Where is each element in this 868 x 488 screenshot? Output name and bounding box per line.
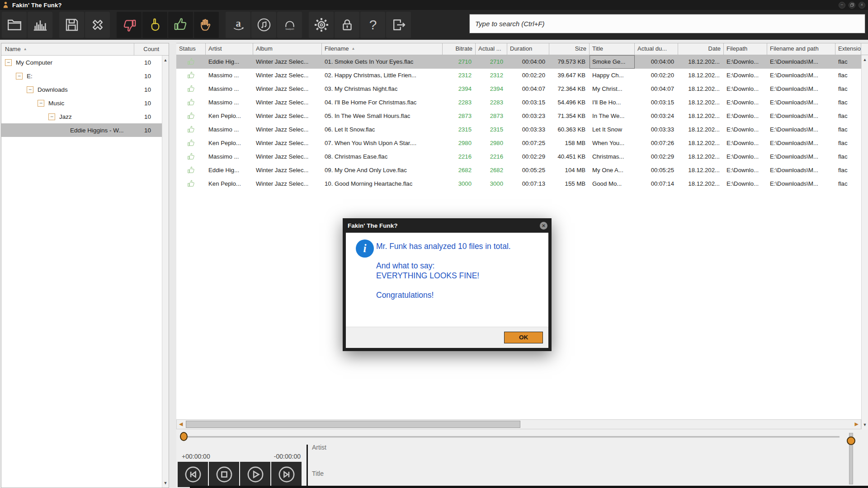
hand-skipped-button[interactable] — [194, 12, 219, 38]
table-row[interactable]: Massimo ...Winter Jazz Selec...02. Happy… — [176, 69, 861, 82]
cell-extension: flac — [835, 69, 861, 82]
restore-icon[interactable] — [849, 2, 855, 9]
cell-filename_and_path: E:\Downloads\M... — [767, 164, 835, 177]
scrollbar-thumb[interactable] — [186, 421, 520, 428]
analyze-waveform-button[interactable] — [28, 12, 52, 38]
scroll-up-icon[interactable]: ▲ — [862, 57, 868, 62]
svg-text:?: ? — [369, 17, 377, 32]
table-row[interactable]: Eddie Hig...Winter Jazz Selec...01. Smok… — [176, 55, 861, 69]
column-header-filename[interactable]: Filename▲ — [322, 43, 443, 55]
column-header-artist[interactable]: Artist — [206, 43, 253, 55]
time-elapsed: +00:00:00 — [182, 453, 210, 460]
cell-title: My Christ... — [590, 82, 635, 96]
settings-gear-button[interactable] — [309, 12, 334, 38]
column-header-actual_duration[interactable]: Actual du... — [635, 43, 678, 55]
dialog-close-icon[interactable]: ✕ — [540, 222, 547, 230]
table-vertical-scrollbar[interactable]: ▲ ▼ — [861, 55, 868, 429]
scroll-up-icon[interactable]: ▲ — [162, 58, 169, 62]
help-button[interactable]: ? — [360, 12, 385, 38]
player-divider — [307, 445, 308, 488]
tree-scrollbar[interactable]: ▲ ▼ — [162, 56, 169, 488]
thumbs-up-good-button[interactable] — [168, 12, 193, 38]
itunes-button[interactable] — [251, 12, 276, 38]
tree-column-count[interactable]: Count — [134, 43, 169, 55]
scroll-down-icon[interactable]: ▼ — [862, 422, 868, 427]
save-button[interactable] — [59, 12, 84, 38]
collapse-box-icon[interactable]: − — [16, 73, 23, 80]
skip-to-start-button[interactable] — [178, 462, 208, 487]
cell-actual_bitrate: 2315 — [476, 123, 507, 136]
column-header-album[interactable]: Album — [253, 43, 322, 55]
table-row[interactable]: Massimo ...Winter Jazz Selec...08. Chris… — [176, 150, 861, 164]
table-row[interactable]: Ken Peplo...Winter Jazz Selec...05. In T… — [176, 109, 861, 123]
ok-button[interactable]: OK — [504, 332, 543, 343]
tree-item-eddie-higgins-w[interactable]: Eddie Higgins - W...10 — [1, 123, 162, 137]
scroll-down-icon[interactable]: ▼ — [162, 481, 169, 485]
cell-actual_bitrate: 2710 — [476, 55, 507, 69]
stop-button[interactable] — [209, 462, 239, 487]
tree-column-name[interactable]: Name▲ — [1, 43, 134, 55]
cell-title: My One A... — [590, 164, 635, 177]
cell-actual_duration: 00:04:00 — [635, 55, 678, 69]
collapse-box-icon[interactable]: − — [5, 59, 12, 66]
tree-item-downloads[interactable]: −Downloads10 — [1, 83, 162, 96]
point-up-suspicious-button[interactable] — [142, 12, 167, 38]
scroll-left-icon[interactable]: ◀ — [179, 421, 183, 427]
table-row[interactable]: Massimo ...Winter Jazz Selec...04. I'll … — [176, 96, 861, 109]
skip-to-end-button[interactable] — [271, 462, 302, 487]
thumbs-down-fake-button[interactable] — [117, 12, 142, 38]
table-row[interactable]: Ken Peplo...Winter Jazz Selec...07. When… — [176, 136, 861, 150]
collapse-box-icon[interactable]: − — [27, 86, 33, 93]
table-horizontal-scrollbar[interactable]: ◀ ▶ — [176, 419, 861, 429]
volume-handle[interactable] — [847, 436, 855, 445]
table-row[interactable]: Massimo ...Winter Jazz Selec...03. My Ch… — [176, 82, 861, 96]
tree-item-music[interactable]: −Music10 — [1, 96, 162, 110]
column-header-duration[interactable]: Duration — [507, 43, 549, 55]
tree-item-e[interactable]: −E:10 — [1, 69, 162, 83]
time-remaining: -00:00:00 — [258, 453, 301, 460]
column-header-bitrate[interactable]: Bitrate — [443, 43, 476, 55]
column-header-actual_bitrate[interactable]: Actual ... — [476, 43, 507, 55]
seek-slider[interactable] — [182, 436, 840, 438]
minimize-icon[interactable]: − — [839, 2, 845, 9]
tree-item-label: Jazz — [59, 113, 135, 120]
column-header-date[interactable]: Date — [678, 43, 724, 55]
seek-handle[interactable] — [180, 432, 188, 441]
column-header-title[interactable]: Title — [590, 43, 635, 55]
cell-actual_bitrate: 2873 — [476, 109, 507, 123]
table-row[interactable]: Ken Peplo...Winter Jazz Selec...10. Good… — [176, 177, 861, 191]
collapse-box-icon[interactable]: − — [48, 113, 55, 120]
table-row[interactable]: Massimo ...Winter Jazz Selec...06. Let I… — [176, 123, 861, 136]
cell-artist: Eddie Hig... — [206, 55, 253, 69]
lock-button[interactable] — [335, 12, 359, 38]
cell-actual_duration: 00:03:33 — [635, 123, 678, 136]
cell-duration: 00:04:07 — [507, 82, 549, 96]
scroll-right-icon[interactable]: ▶ — [855, 421, 859, 427]
search-input[interactable] — [469, 14, 865, 33]
cell-date: 18.12.202... — [678, 69, 724, 82]
column-header-status[interactable]: Status — [176, 43, 206, 55]
amazon-button[interactable]: a — [226, 12, 250, 38]
now-playing-artist-label: Artist — [312, 444, 326, 451]
close-icon[interactable]: × — [859, 2, 865, 9]
dialog-titlebar[interactable]: Fakin' The Funk? ✕ — [346, 218, 548, 233]
tree-item-jazz[interactable]: −Jazz10 — [1, 110, 162, 123]
cell-actual_bitrate: 3000 — [476, 177, 507, 191]
cell-extension: flac — [835, 82, 861, 96]
open-folder-button[interactable] — [2, 12, 27, 38]
cell-actual_bitrate: 2216 — [476, 150, 507, 164]
play-button[interactable] — [240, 462, 270, 487]
clear-list-button[interactable] — [85, 12, 110, 38]
column-header-extension[interactable]: Extension — [835, 43, 861, 55]
panel-splitter[interactable] — [169, 43, 176, 488]
column-header-filepath[interactable]: Filepath — [724, 43, 767, 55]
tree-item-my-computer[interactable]: −My Computer10 — [1, 56, 162, 69]
cell-filepath: E:\Downlo... — [724, 109, 767, 123]
collapse-box-icon[interactable]: − — [38, 100, 44, 107]
beatport-button[interactable]: beatport — [277, 12, 302, 38]
cell-filename: 06. Let It Snow.flac — [322, 123, 443, 136]
exit-button[interactable] — [386, 12, 411, 38]
table-row[interactable]: Eddie Hig...Winter Jazz Selec...09. My O… — [176, 164, 861, 177]
column-header-size[interactable]: Size — [549, 43, 590, 55]
column-header-filename_and_path[interactable]: Filename and path — [767, 43, 835, 55]
